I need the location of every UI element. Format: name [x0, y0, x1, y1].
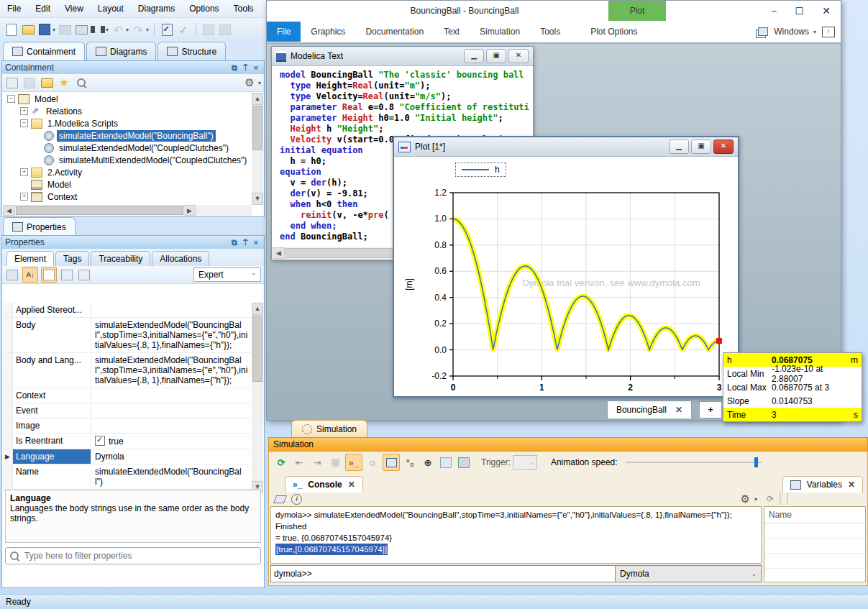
save-dropdown-icon[interactable]: ▾ [52, 27, 55, 33]
tab-containment[interactable]: Containment [3, 42, 85, 60]
console-options-gear-icon[interactable]: ⚙ [741, 493, 750, 505]
open-in-new-tree-icon[interactable] [40, 75, 54, 90]
slider-handle[interactable] [754, 457, 758, 467]
pin-panel-icon[interactable]: ⍑ [240, 238, 251, 247]
plot-titlebar[interactable]: Plot [1*] ▁ ▣ ✕ [394, 137, 738, 157]
collapse-properties-icon[interactable] [77, 267, 91, 282]
child-minimize-button[interactable]: ▁ [464, 49, 484, 63]
plot-restore-button[interactable]: ▣ [691, 139, 711, 154]
categorized-view-icon[interactable] [5, 267, 19, 282]
ribbon-tab-simulation[interactable]: Simulation [470, 22, 530, 42]
tab-structure[interactable]: Structure [157, 42, 226, 60]
tab-diagrams[interactable]: Diagrams [86, 42, 156, 60]
save-icon[interactable] [37, 22, 52, 37]
collapse-ribbon-icon[interactable]: ↑ [822, 27, 835, 37]
close-panel-icon[interactable]: × [251, 238, 261, 247]
run-simulation-icon[interactable]: ⟳ [273, 454, 289, 470]
menu-item-view[interactable]: View [58, 1, 91, 17]
property-row[interactable]: NamesimulateExtendedModel("BouncingBall"… [3, 464, 252, 490]
variables-table[interactable]: Name [764, 506, 866, 582]
export-results-icon[interactable] [456, 454, 472, 470]
tree-item[interactable]: simulateMultiExtendedModel("CoupledClutc… [3, 154, 252, 166]
menu-item-file[interactable]: File [0, 1, 28, 17]
new-plot-tab-button[interactable]: + [699, 401, 722, 418]
property-row[interactable]: Body and Lang...simulateExtendedModel("B… [3, 353, 252, 388]
close-panel-icon[interactable]: × [251, 63, 261, 72]
property-row[interactable]: BodysimulateExtendedModel("BouncingBall"… [3, 318, 252, 353]
tab-console[interactable]: »_ Console ✕ [285, 476, 363, 493]
print-preview-icon[interactable] [74, 22, 88, 37]
modelica-text-titlebar[interactable]: Modelica Text ▁ ▣ ✕ [272, 47, 533, 66]
tab-simulation[interactable]: Simulation [291, 420, 367, 438]
expand-icon[interactable]: + [20, 168, 28, 176]
menu-item-diagrams[interactable]: Diagrams [131, 1, 182, 17]
print-icon[interactable] [58, 22, 72, 37]
tree-item[interactable]: simulateExtendedModel("CoupledClutches") [3, 142, 252, 154]
variables-tab-close-icon[interactable]: ✕ [848, 480, 855, 490]
child-restore-button[interactable]: ▣ [486, 49, 506, 63]
tree-options-gear-icon[interactable]: ⚙ [242, 75, 257, 90]
stop-icon[interactable] [327, 454, 343, 470]
float-panel-icon[interactable]: ⧉ [229, 63, 240, 73]
doc-tab-bouncingball[interactable]: BouncingBall ✕ [607, 400, 692, 418]
property-row[interactable]: Is Reentranttrue [3, 434, 252, 449]
collapse-icon[interactable]: − [20, 119, 28, 127]
expand-variables-icon[interactable] [780, 494, 781, 504]
console-tab-close-icon[interactable]: ✕ [348, 480, 355, 490]
expand-icon[interactable]: + [20, 193, 28, 201]
plot-close-button[interactable]: ✕ [713, 139, 734, 154]
tree-item[interactable]: +Context [3, 191, 252, 203]
subtab-allocations[interactable]: Allocations [152, 251, 209, 266]
mode-select[interactable]: Expert ⌄ [193, 267, 261, 282]
new-file-icon[interactable] [4, 22, 19, 37]
dymola-titlebar[interactable]: BouncingBall - BouncingBall Plot – ☐ ✕ [267, 1, 841, 21]
property-row[interactable]: Applied Stereot... [3, 303, 252, 318]
property-row[interactable]: ▶LanguageDymola [3, 449, 252, 464]
favorites-star-icon[interactable]: ★ [57, 75, 71, 90]
show-description-icon[interactable] [41, 267, 57, 283]
tree-item[interactable]: −Model [3, 93, 252, 105]
ribbon-tab-documentation[interactable]: Documentation [355, 22, 434, 42]
export-window-icon[interactable] [438, 454, 454, 470]
ribbon-tab-file[interactable]: File [267, 22, 301, 42]
windows-menu[interactable]: Windows [774, 27, 809, 37]
tab-variables[interactable]: Variables ✕ [782, 476, 863, 493]
console-output[interactable]: dymola>> simulateExtendedModel("Bouncing… [270, 506, 762, 564]
ribbon-tab-plot-options[interactable]: Plot Options [580, 22, 647, 42]
ribbon-tab-text[interactable]: Text [434, 22, 470, 42]
refresh-icon[interactable]: ⟳ [767, 494, 774, 504]
doc-tab-close-icon[interactable]: ✕ [675, 405, 682, 415]
menu-item-layout[interactable]: Layout [91, 1, 131, 17]
variables-tree-icon[interactable] [383, 454, 400, 471]
float-panel-icon[interactable]: ⧉ [229, 238, 240, 247]
console-options-dropdown-icon[interactable]: ▾ [754, 496, 757, 503]
step-into-icon[interactable]: ⇤ [291, 454, 307, 470]
trigger-select[interactable]: ⌄ [513, 455, 537, 470]
checkbox-checked-icon[interactable] [95, 436, 105, 446]
collapse-selected-icon[interactable] [22, 75, 37, 90]
tab-properties[interactable]: Properties [3, 217, 76, 236]
plot-contextual-tab[interactable]: Plot [608, 1, 666, 21]
windows-dropdown-icon[interactable]: ▾ [813, 29, 816, 35]
settings-gear-icon[interactable]: ◌ [365, 454, 380, 470]
menu-item-edit[interactable]: Edit [28, 1, 58, 17]
collapse-icon[interactable]: − [7, 95, 15, 103]
property-row[interactable]: Event [3, 403, 252, 418]
collapse-variables-icon[interactable] [787, 494, 788, 504]
breakpoints-icon[interactable]: °₀ [402, 454, 418, 470]
subtab-tags[interactable]: Tags [55, 251, 89, 266]
pin-panel-icon[interactable]: ⍑ [240, 63, 251, 73]
step-over-icon[interactable]: ⇥ [309, 454, 325, 470]
minimize-button[interactable]: – [772, 6, 777, 16]
validate-icon[interactable] [160, 22, 174, 37]
redo-icon[interactable]: ↷ [131, 22, 145, 37]
open-icon[interactable] [21, 22, 35, 37]
sort-alphabetic-icon[interactable]: A↓ [22, 267, 38, 283]
subtab-traceability[interactable]: Traceability [91, 251, 150, 266]
collab-commit-icon[interactable] [201, 22, 216, 37]
maximize-button[interactable]: ☐ [795, 6, 804, 17]
ribbon-tab-graphics[interactable]: Graphics [301, 22, 355, 42]
clear-console-icon[interactable] [273, 495, 287, 503]
expand-properties-icon[interactable] [60, 267, 74, 282]
collapse-all-icon[interactable] [5, 75, 19, 90]
